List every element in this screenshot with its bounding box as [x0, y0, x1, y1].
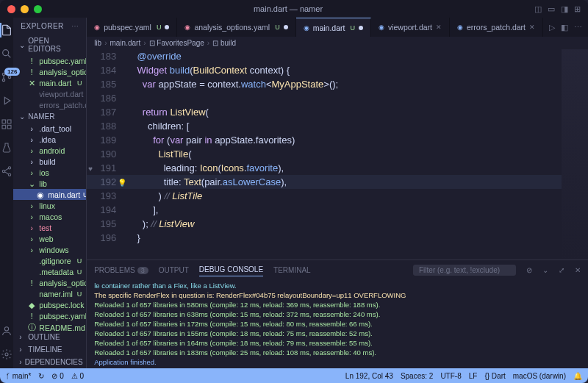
file-tree-item[interactable]: ⌄lib [13, 178, 86, 189]
status-spaces[interactable]: Spaces: 2 [401, 372, 433, 380]
project-section[interactable]: ⌄NAMER [13, 110, 86, 123]
svg-point-2 [2, 79, 4, 81]
lightbulb-icon[interactable]: 💡 [118, 176, 126, 190]
file-tree-item[interactable]: ›test [13, 222, 86, 233]
editor-tab[interactable]: ◉main.dartU [296, 18, 371, 37]
status-eol[interactable]: LF [469, 372, 478, 380]
open-editor-item[interactable]: !pubspec.yamlU [13, 55, 86, 66]
editor-tab[interactable]: ◉pubspec.yamlU [87, 18, 177, 37]
testing-icon[interactable] [0, 141, 13, 154]
minimize-button[interactable] [21, 5, 29, 13]
file-tree-item[interactable]: namer.imlU [13, 288, 86, 299]
timeline-section[interactable]: ›TIMELINE [13, 343, 86, 356]
code-content[interactable]: @override Widget build(BuildContext cont… [123, 49, 588, 259]
titlebar-actions: ◫ ▭ ◨ ⊞ [534, 4, 581, 14]
open-editor-item[interactable]: errors_patch.dartfrom the SDK [13, 99, 86, 110]
window-title: main.dart — namer [42, 4, 534, 13]
file-tree-item[interactable]: ›.idea [13, 134, 86, 145]
file-tree-item[interactable]: ›web [13, 233, 86, 244]
dependencies-section[interactable]: ›DEPENDENCIES [13, 356, 86, 368]
more-icon[interactable]: ⋯ [574, 23, 582, 32]
svg-point-11 [4, 327, 8, 331]
debug-console-output[interactable]: le container rather than a Flex, like a … [87, 279, 588, 368]
editor-tab[interactable]: ◉analysis_options.yamlU [177, 18, 295, 37]
panel-tabs: PROBLEMS3 OUTPUT DEBUG CONSOLE TERMINAL … [87, 260, 588, 279]
file-tree-item[interactable]: ›android [13, 145, 86, 156]
share-icon[interactable] [0, 165, 13, 178]
collapse-icon[interactable]: ⌄ [542, 266, 548, 274]
svg-point-12 [5, 353, 8, 356]
file-tree-item[interactable]: ◆pubspec.lockU [13, 299, 86, 310]
status-warnings[interactable]: ⚠ 0 [71, 372, 84, 380]
open-editor-item[interactable]: ✕main.dartlibU [13, 77, 86, 88]
search-icon[interactable] [0, 47, 13, 60]
panel-filter-input[interactable]: Filter (e.g. text, !exclude) [413, 265, 516, 276]
sidebar-more-icon[interactable]: ⋯ [71, 22, 79, 30]
svg-point-3 [8, 76, 10, 78]
file-tree-item[interactable]: ›.dart_tool [13, 123, 86, 134]
status-errors[interactable]: ⊘ 0 [51, 372, 63, 380]
file-tree-item[interactable]: ›ios [13, 167, 86, 178]
file-tree-item[interactable]: ›linux [13, 200, 86, 211]
sidebar-title: EXPLORER [21, 22, 63, 30]
layout-customize-icon[interactable]: ⊞ [574, 4, 581, 14]
file-tree-item[interactable]: !pubspec.yamlU [13, 310, 86, 321]
bottom-panel: PROBLEMS3 OUTPUT DEBUG CONSOLE TERMINAL … [87, 259, 588, 368]
svg-rect-4 [2, 120, 6, 124]
editor-tab[interactable]: ◉errors_patch.dart✕ [450, 18, 543, 37]
status-language[interactable]: {} Dart [484, 372, 505, 380]
tab-terminal[interactable]: TERMINAL [273, 264, 311, 276]
open-editors-section[interactable]: ⌄OPEN EDITORS [13, 35, 86, 55]
breadcrumb[interactable]: lib›main.dart›⊡ FavoritesPage›⊡ build [87, 37, 588, 49]
close-panel-icon[interactable]: ✕ [575, 266, 581, 274]
status-position[interactable]: Ln 192, Col 43 [345, 372, 393, 380]
status-encoding[interactable]: UTF-8 [440, 372, 461, 380]
file-tree-item[interactable]: ›windows [13, 244, 86, 255]
minimap[interactable] [562, 49, 588, 259]
editor-area: ◉pubspec.yamlU◉analysis_options.yamlU◉ma… [87, 18, 588, 368]
breadcrumb-item[interactable]: lib [94, 39, 101, 47]
debug-icon[interactable] [0, 94, 13, 107]
editor-tab[interactable]: ◉viewport.dart✕ [371, 18, 450, 37]
explorer-icon[interactable] [0, 24, 13, 37]
open-editor-item[interactable]: !analysis_options.yamlU [13, 66, 86, 77]
status-notifications[interactable]: 🔔 [573, 372, 582, 380]
tab-debug-console[interactable]: DEBUG CONSOLE [199, 263, 263, 276]
file-tree-item[interactable]: ›build [13, 156, 86, 167]
svg-rect-5 [7, 120, 11, 124]
file-tree-item[interactable]: .metadataU [13, 266, 86, 277]
close-button[interactable] [7, 5, 15, 13]
sidebar: EXPLORER ⋯ ⌄OPEN EDITORS !pubspec.yamlU!… [13, 18, 87, 368]
file-tree-item[interactable]: .gitignoreU [13, 255, 86, 266]
run-icon[interactable]: ▷ [549, 23, 555, 32]
clear-console-icon[interactable]: ⊘ [526, 266, 532, 274]
breadcrumb-item[interactable]: ⊡ build [212, 39, 236, 47]
status-sync[interactable]: ↻ [38, 372, 44, 380]
breadcrumb-item[interactable]: ⊡ FavoritesPage [149, 39, 204, 47]
sidebar-header: EXPLORER ⋯ [13, 18, 86, 35]
tab-problems[interactable]: PROBLEMS3 [94, 264, 148, 276]
settings-icon[interactable] [0, 348, 13, 361]
split-icon[interactable]: ◧ [561, 23, 568, 32]
maximize-button[interactable] [34, 5, 42, 13]
file-tree-item[interactable]: ⓘREADME.mdU [13, 321, 86, 331]
file-tree-item[interactable]: ›macos [13, 211, 86, 222]
file-tree-item[interactable]: ◉main.dartU [13, 189, 86, 200]
svg-rect-7 [7, 125, 11, 129]
gutter-heart-icon[interactable]: ♥ [88, 162, 93, 176]
account-icon[interactable] [0, 324, 13, 337]
open-editor-item[interactable]: viewport.dart~/fvm/versions/stable/packa… [13, 88, 86, 99]
sidebar-toggle-icon[interactable]: ◨ [561, 4, 568, 14]
outline-section[interactable]: ›OUTLINE [13, 331, 86, 343]
status-device[interactable]: macOS (darwin) [513, 372, 566, 380]
current-line-highlight [87, 175, 562, 189]
file-tree-item[interactable]: !analysis_options.yamlU [13, 277, 86, 288]
status-branch[interactable]: ᚶ main* [6, 372, 31, 380]
layout-icon[interactable]: ◫ [534, 4, 542, 14]
panel-toggle-icon[interactable]: ▭ [548, 4, 555, 14]
maximize-panel-icon[interactable]: ⤢ [559, 266, 564, 274]
extensions-icon[interactable] [0, 118, 13, 131]
breadcrumb-item[interactable]: main.dart [110, 39, 140, 47]
code-editor[interactable]: ♥ 💡 183184185186187188189190191192193194… [87, 49, 588, 259]
tab-output[interactable]: OUTPUT [159, 264, 189, 276]
